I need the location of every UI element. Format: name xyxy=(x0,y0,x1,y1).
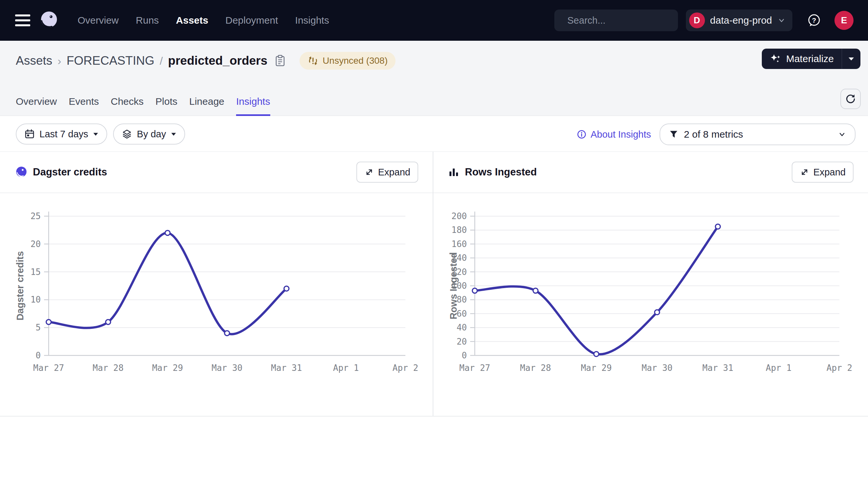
breadcrumb-assets-link[interactable]: Assets xyxy=(16,54,52,68)
tab-checks[interactable]: Checks xyxy=(111,96,144,116)
tab-lineage[interactable]: Lineage xyxy=(189,96,225,116)
tab-overview[interactable]: Overview xyxy=(16,96,57,116)
svg-text:200: 200 xyxy=(451,211,467,221)
expand-button[interactable]: Expand xyxy=(356,162,418,183)
svg-text:Dagster credits: Dagster credits xyxy=(15,251,25,320)
svg-text:20: 20 xyxy=(30,239,41,249)
insights-charts-grid: Dagster credits Expand 0510152025Mar 27M… xyxy=(0,152,868,417)
expand-label: Expand xyxy=(814,167,846,178)
chevron-down-icon xyxy=(777,16,786,25)
user-avatar[interactable]: E xyxy=(834,11,854,30)
svg-text:Rows Ingested: Rows Ingested xyxy=(448,252,459,319)
svg-text:25: 25 xyxy=(30,211,41,221)
expand-label: Expand xyxy=(378,167,410,178)
layers-icon xyxy=(122,129,132,139)
chart-title: Rows Ingested xyxy=(465,166,537,178)
info-icon xyxy=(577,129,587,139)
hamburger-menu-icon[interactable] xyxy=(15,14,30,26)
refresh-icon xyxy=(845,93,856,104)
breadcrumb: Assets › FORECASTING / predicted_orders xyxy=(16,51,396,70)
time-range-label: Last 7 days xyxy=(39,129,88,140)
asset-tabs: Overview Events Checks Plots Lineage Ins… xyxy=(16,96,270,116)
bar-chart-icon xyxy=(448,167,460,178)
svg-text:Mar 29: Mar 29 xyxy=(581,363,612,373)
nav-item-deployment[interactable]: Deployment xyxy=(225,15,278,26)
rows-ingested-line-chart[interactable]: 020406080100120140160180200Mar 27Mar 28M… xyxy=(433,193,868,417)
dagster-credits-line-chart[interactable]: 0510152025Mar 27Mar 28Mar 29Mar 30Mar 31… xyxy=(0,193,433,417)
materialize-button[interactable]: Materialize xyxy=(762,49,842,69)
clipboard-icon xyxy=(275,54,286,67)
expand-button[interactable]: Expand xyxy=(792,162,854,183)
deployment-avatar: D xyxy=(689,12,705,28)
svg-text:0: 0 xyxy=(36,351,41,361)
materialize-label: Materialize xyxy=(786,53,834,64)
svg-text:160: 160 xyxy=(451,239,467,249)
svg-text:Apr 2: Apr 2 xyxy=(393,363,418,373)
dagster-credits-icon xyxy=(15,166,28,179)
materialize-options-button[interactable] xyxy=(842,49,860,69)
sync-alert-icon xyxy=(307,55,319,66)
svg-text:Mar 31: Mar 31 xyxy=(271,363,302,373)
help-button[interactable]: ? xyxy=(806,12,822,28)
svg-text:Mar 27: Mar 27 xyxy=(33,363,64,373)
chart-header: Rows Ingested Expand xyxy=(433,152,868,193)
svg-text:40: 40 xyxy=(457,323,467,332)
chevron-down-icon xyxy=(838,130,846,139)
svg-text:0: 0 xyxy=(462,351,467,361)
chart-title: Dagster credits xyxy=(33,166,107,178)
help-icon: ? xyxy=(806,12,822,28)
svg-text:Mar 28: Mar 28 xyxy=(93,363,124,373)
svg-text:Apr 1: Apr 1 xyxy=(766,363,791,373)
svg-text:5: 5 xyxy=(36,323,41,332)
nav-item-overview[interactable]: Overview xyxy=(78,15,119,26)
breadcrumb-group-link[interactable]: FORECASTING xyxy=(66,54,154,68)
insights-filter-bar: Last 7 days By day About Insights xyxy=(0,116,868,152)
caret-down-icon xyxy=(847,56,855,62)
tab-insights[interactable]: Insights xyxy=(236,96,270,116)
time-range-dropdown[interactable]: Last 7 days xyxy=(16,123,107,145)
breadcrumb-chevron: › xyxy=(58,54,61,67)
svg-text:10: 10 xyxy=(30,294,41,304)
top-nav: Overview Runs Assets Deployment Insights… xyxy=(0,0,868,41)
metrics-filter-label: 2 of 8 metrics xyxy=(684,129,743,140)
materialize-split-button: Materialize xyxy=(762,49,860,69)
nav-item-assets[interactable]: Assets xyxy=(176,15,208,26)
svg-text:Mar 30: Mar 30 xyxy=(212,363,243,373)
about-insights-label: About Insights xyxy=(590,129,651,140)
svg-text:Apr 1: Apr 1 xyxy=(333,363,359,373)
refresh-button[interactable] xyxy=(840,89,861,109)
caret-down-icon xyxy=(171,132,177,136)
svg-text:180: 180 xyxy=(451,225,467,235)
rows-ingested-panel: Rows Ingested Expand 0204060801001201401… xyxy=(433,152,868,416)
svg-text:Mar 27: Mar 27 xyxy=(459,363,490,373)
svg-text:Apr 2: Apr 2 xyxy=(827,363,852,373)
nav-item-runs[interactable]: Runs xyxy=(136,15,159,26)
svg-text:20: 20 xyxy=(457,337,467,346)
page-header: Assets › FORECASTING / predicted_orders xyxy=(0,41,868,116)
search-box[interactable]: / xyxy=(554,10,678,31)
tab-events[interactable]: Events xyxy=(69,96,99,116)
dagster-credits-panel: Dagster credits Expand 0510152025Mar 27M… xyxy=(0,152,433,416)
dagster-logo-icon[interactable] xyxy=(39,10,59,30)
metrics-filter-dropdown[interactable]: 2 of 8 metrics xyxy=(660,123,855,145)
svg-text:Mar 31: Mar 31 xyxy=(702,363,733,373)
search-input[interactable] xyxy=(567,15,691,26)
sparkles-icon xyxy=(770,53,781,65)
tab-plots[interactable]: Plots xyxy=(155,96,178,116)
status-badge-label: Unsynced (308) xyxy=(322,55,388,66)
chart-header: Dagster credits Expand xyxy=(0,152,433,193)
asset-name: predicted_orders xyxy=(168,54,267,68)
copy-asset-name-button[interactable] xyxy=(275,54,286,67)
about-insights-link[interactable]: About Insights xyxy=(577,129,651,140)
filter-funnel-icon xyxy=(669,129,679,139)
expand-icon xyxy=(364,167,374,177)
granularity-dropdown[interactable]: By day xyxy=(113,123,185,145)
expand-icon xyxy=(800,167,809,177)
svg-text:15: 15 xyxy=(30,267,41,277)
deployment-switcher[interactable]: D data-eng-prod xyxy=(686,10,792,31)
status-badge[interactable]: Unsynced (308) xyxy=(299,52,396,70)
granularity-label: By day xyxy=(137,129,166,140)
nav-item-insights[interactable]: Insights xyxy=(295,15,329,26)
svg-text:Mar 28: Mar 28 xyxy=(520,363,551,373)
calendar-icon xyxy=(24,129,35,139)
